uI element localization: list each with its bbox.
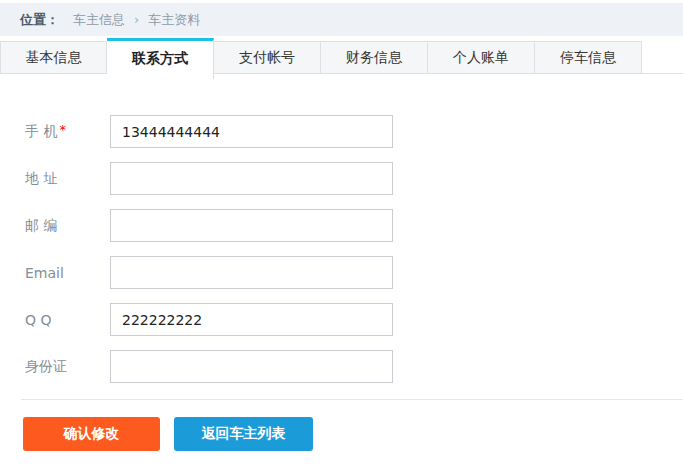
id-card-label: 身份证 xyxy=(0,358,110,376)
confirm-edit-button[interactable]: 确认修改 xyxy=(23,417,160,451)
tab-payment-account[interactable]: 支付帐号 xyxy=(214,41,321,74)
contact-form: 手 机* 地 址 邮 编 Email Q Q 身份证 xyxy=(0,115,683,383)
breadcrumb-item-owner-profile[interactable]: 车主资料 xyxy=(148,11,200,29)
qq-input[interactable] xyxy=(110,303,393,336)
form-row-phone: 手 机* xyxy=(0,115,683,148)
form-row-id-card: 身份证 xyxy=(0,350,683,383)
zipcode-label: 邮 编 xyxy=(0,217,110,235)
email-label: Email xyxy=(0,265,110,281)
back-to-owner-list-button[interactable]: 返回车主列表 xyxy=(174,417,313,451)
tab-bar-filler xyxy=(642,38,683,74)
breadcrumb: 位置： 车主信息 › 车主资料 xyxy=(0,3,683,36)
id-card-input[interactable] xyxy=(110,350,393,383)
form-row-email: Email xyxy=(0,256,683,289)
qq-label: Q Q xyxy=(0,312,110,328)
email-input[interactable] xyxy=(110,256,393,289)
address-input[interactable] xyxy=(110,162,393,195)
breadcrumb-label: 位置： xyxy=(20,11,59,29)
breadcrumb-item-owner-info[interactable]: 车主信息 xyxy=(73,11,125,29)
form-row-qq: Q Q xyxy=(0,303,683,336)
tab-finance-info[interactable]: 财务信息 xyxy=(321,41,428,74)
required-marker: * xyxy=(59,122,66,137)
tab-parking-info[interactable]: 停车信息 xyxy=(535,41,642,74)
form-divider xyxy=(21,399,683,400)
button-row: 确认修改 返回车主列表 xyxy=(0,417,683,451)
address-label: 地 址 xyxy=(0,170,110,188)
breadcrumb-separator-icon: › xyxy=(134,12,139,27)
tab-bar: 基本信息 联系方式 支付帐号 财务信息 个人账单 停车信息 xyxy=(0,38,683,79)
form-row-address: 地 址 xyxy=(0,162,683,195)
tab-contact-info[interactable]: 联系方式 xyxy=(107,38,214,79)
tab-basic-info[interactable]: 基本信息 xyxy=(0,41,107,74)
phone-label: 手 机* xyxy=(0,123,110,141)
form-row-zipcode: 邮 编 xyxy=(0,209,683,242)
zipcode-input[interactable] xyxy=(110,209,393,242)
tab-personal-bill[interactable]: 个人账单 xyxy=(428,41,535,74)
phone-input[interactable] xyxy=(110,115,393,148)
